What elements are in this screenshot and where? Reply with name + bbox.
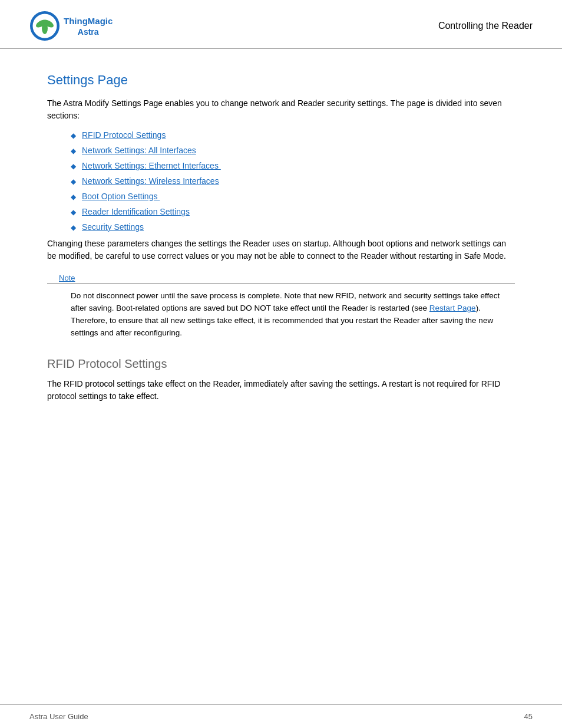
list-item: ◆ Network Settings: Wireless Interfaces	[71, 176, 515, 186]
list-item: ◆ Network Settings: Ethernet Interfaces	[71, 161, 515, 170]
list-item: ◆ Reader Identification Settings	[71, 207, 515, 216]
rfid-section: RFID Protocol Settings The RFID protocol…	[47, 357, 515, 403]
page-header: ThingMagic Astra Controlling the Reader	[0, 0, 562, 49]
logo-icon	[29, 11, 60, 41]
page-footer: Astra User Guide 45	[0, 704, 562, 728]
bullet-diamond-5: ◆	[71, 193, 76, 201]
link-network-wireless[interactable]: Network Settings: Wireless Interfaces	[82, 176, 219, 186]
bullet-diamond-2: ◆	[71, 147, 76, 155]
footer-left-text: Astra User Guide	[29, 712, 88, 721]
note-divider	[47, 284, 515, 284]
note-container: Note Do not disconnect power until the s…	[47, 273, 515, 340]
main-content: Settings Page The Astra Modify Settings …	[0, 49, 562, 446]
list-item: ◆ RFID Protocol Settings	[71, 130, 515, 140]
svg-point-3	[42, 22, 48, 34]
bullet-diamond-3: ◆	[71, 162, 76, 170]
note-restart-link[interactable]: Restart Page	[429, 304, 476, 312]
logo-line2: Astra	[78, 27, 99, 37]
link-network-all[interactable]: Network Settings: All Interfaces	[82, 146, 196, 155]
note-label: Note	[47, 274, 75, 282]
list-item: ◆ Network Settings: All Interfaces	[71, 146, 515, 155]
bullet-diamond-6: ◆	[71, 208, 76, 216]
page-container: ThingMagic Astra Controlling the Reader …	[0, 0, 562, 728]
link-boot-option[interactable]: Boot Option Settings	[82, 192, 160, 201]
bullet-diamond-1: ◆	[71, 131, 76, 140]
footer-page-number: 45	[524, 712, 533, 721]
list-item: ◆ Security Settings	[71, 222, 515, 232]
header-title: Controlling the Reader	[438, 21, 533, 31]
link-rfid-protocol[interactable]: RFID Protocol Settings	[82, 130, 166, 140]
note-link-text: Restart Page	[429, 304, 476, 312]
link-network-ethernet[interactable]: Network Settings: Ethernet Interfaces	[82, 161, 221, 170]
logo-container: ThingMagic Astra	[29, 11, 113, 41]
logo-icon-wrapper: ThingMagic Astra	[29, 11, 113, 41]
link-security[interactable]: Security Settings	[82, 222, 144, 232]
rfid-heading: RFID Protocol Settings	[47, 357, 515, 371]
settings-page-heading: Settings Page	[47, 73, 515, 88]
logo-text-container: ThingMagic Astra	[64, 16, 113, 37]
list-item: ◆ Boot Option Settings	[71, 192, 515, 201]
link-reader-id[interactable]: Reader Identification Settings	[82, 207, 190, 216]
bullet-diamond-7: ◆	[71, 223, 76, 232]
bullet-list: ◆ RFID Protocol Settings ◆ Network Setti…	[71, 130, 515, 232]
rfid-text: The RFID protocol settings take effect o…	[47, 378, 515, 403]
note-body: Do not disconnect power until the save p…	[47, 290, 515, 340]
bullet-diamond-4: ◆	[71, 177, 76, 186]
settings-intro-text: The Astra Modify Settings Page enables y…	[47, 97, 515, 122]
changing-params-text: Changing these parameters changes the se…	[47, 238, 515, 262]
logo-line1: ThingMagic	[64, 16, 113, 26]
